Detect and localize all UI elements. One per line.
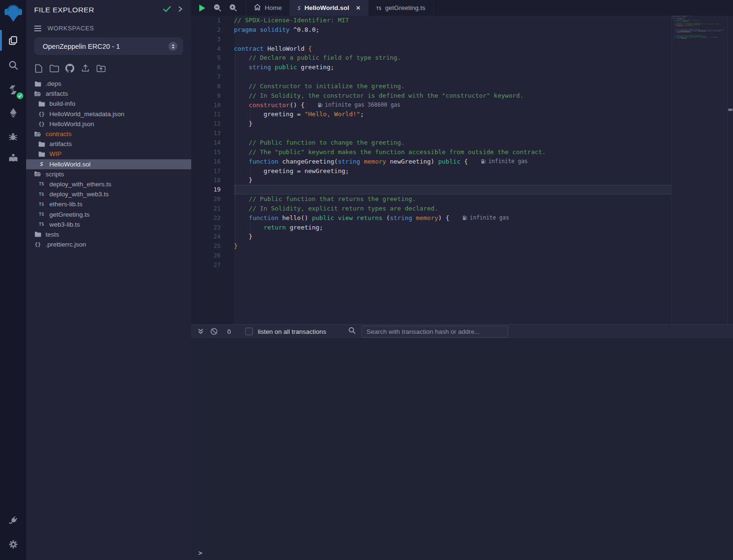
- tree-item-tests[interactable]: tests: [26, 230, 191, 239]
- code-line-21: // In Solidity, explicit return types ar…: [234, 204, 671, 213]
- remix-logo[interactable]: [0, 2, 26, 23]
- new-folder-icon[interactable]: [48, 63, 60, 73]
- terminal-prompt[interactable]: >: [198, 549, 202, 557]
- accept-check-icon[interactable]: [163, 6, 171, 14]
- zoom-in-icon[interactable]: [225, 0, 241, 16]
- tree-item-contracts[interactable]: contracts: [26, 129, 191, 139]
- line-number: 21: [191, 204, 234, 213]
- code-editor[interactable]: 1234567891011121314151617181920212223242…: [191, 16, 733, 324]
- deploy-and-run-icon[interactable]: [0, 104, 26, 122]
- workspaces-menu-icon[interactable]: [34, 26, 41, 31]
- workspace-name: OpenZeppelin ERC20 - 1: [43, 43, 120, 50]
- line-number: 5: [191, 53, 234, 63]
- line-number: 17: [191, 166, 234, 176]
- plugin-manager-icon[interactable]: [0, 512, 26, 530]
- zoom-out-icon[interactable]: [210, 0, 225, 16]
- tree-item-build-info[interactable]: build-info: [26, 99, 191, 109]
- line-number: 23: [191, 223, 234, 232]
- close-tab-icon[interactable]: ✕: [356, 5, 361, 11]
- tree-item-ethers-lib-ts[interactable]: TSethers-lib.ts: [26, 199, 191, 209]
- folder-open-icon: [34, 171, 41, 177]
- tree-item-label: HelloWorld.json: [49, 120, 94, 128]
- code-line-20: // Public function that returns the gree…: [234, 194, 671, 204]
- upload-folder-icon[interactable]: [95, 63, 107, 73]
- solidity-compiler-icon[interactable]: [0, 81, 26, 99]
- workspace-select[interactable]: OpenZeppelin ERC20 - 1: [34, 37, 183, 55]
- indent-guide: [250, 110, 251, 119]
- tree-item-artifacts[interactable]: artifacts: [26, 89, 191, 99]
- tree-item-getgreeting-ts[interactable]: TSgetGreeting.ts: [26, 209, 191, 219]
- activity-bar: [0, 0, 26, 560]
- tree-item-label: build-info: [49, 100, 75, 107]
- code-line-1: // SPDX-License-Identifier: MIT: [234, 16, 671, 25]
- scrollbar-handle[interactable]: [728, 109, 733, 111]
- workspaces-label: WORKSPACES: [47, 25, 94, 32]
- search-icon[interactable]: [0, 56, 26, 74]
- line-number: 20: [191, 194, 234, 204]
- panel-header: FILE EXPLORER: [26, 0, 191, 14]
- tree-item-wip[interactable]: WIP: [26, 149, 191, 159]
- ts-icon: TS: [38, 192, 45, 197]
- code-line-24: }: [234, 232, 671, 241]
- editor-scrollbar[interactable]: [727, 16, 733, 324]
- code-line-22: function hello() public view returns (st…: [234, 213, 671, 223]
- tree-item-label: artifacts: [49, 140, 72, 147]
- chevron-right-icon[interactable]: [178, 6, 183, 14]
- code-line-14: // Public function to change the greetin…: [234, 138, 671, 147]
- terminal-search-input[interactable]: [362, 326, 508, 338]
- solidity-unit-testing-icon[interactable]: [0, 149, 26, 167]
- tree-item-helloworld-metadata-json[interactable]: {}HelloWorld_metadata.json: [26, 109, 191, 119]
- ts-icon: TS: [38, 222, 45, 227]
- tabs: HomeSHelloWorld.sol✕TSgetGreeting.ts: [246, 0, 434, 16]
- tree-item-deploy-with-web3-ts[interactable]: TSdeploy_with_web3.ts: [26, 189, 191, 199]
- tab-label: Home: [265, 4, 282, 11]
- indent-guide: [250, 166, 251, 176]
- ts-icon: TS: [38, 182, 45, 186]
- tab-label: getGreeting.ts: [385, 4, 426, 11]
- expand-terminal-icon[interactable]: [194, 328, 207, 335]
- code-area[interactable]: // SPDX-License-Identifier: MITpragma so…: [234, 16, 671, 324]
- terminal: 0 listen on all transactions >: [191, 324, 733, 560]
- solidity-icon: S: [297, 4, 301, 11]
- line-number: 7: [191, 72, 234, 82]
- folder-open-icon: [34, 131, 41, 137]
- gas-estimate-decoration: infinite gas 368600 gas: [318, 101, 400, 110]
- line-number: 27: [191, 260, 234, 270]
- code-line-5: // Declare a public field of type string…: [234, 53, 671, 63]
- indent-guide: [235, 53, 236, 241]
- file-explorer-icon[interactable]: [0, 31, 26, 49]
- terminal-body[interactable]: >: [191, 338, 733, 560]
- debugger-icon[interactable]: [0, 127, 26, 145]
- listen-transactions-checkbox[interactable]: [245, 328, 253, 335]
- code-line-16: function changeGreeting(string memory ne…: [234, 157, 671, 166]
- tree-item-scripts[interactable]: scripts: [26, 169, 191, 179]
- tree-item-artifacts[interactable]: artifacts: [26, 139, 191, 149]
- tree-item--deps[interactable]: .deps: [26, 79, 191, 89]
- tree-item-deploy-with-ethers-ts[interactable]: TSdeploy_with_ethers.ts: [26, 179, 191, 189]
- json-icon: {}: [38, 111, 45, 117]
- tab-getgreeting-ts[interactable]: TSgetGreeting.ts: [369, 0, 434, 16]
- new-file-icon[interactable]: [33, 63, 44, 73]
- editor-gutter[interactable]: 1234567891011121314151617181920212223242…: [191, 16, 234, 324]
- code-line-3: [234, 35, 671, 44]
- clear-console-icon[interactable]: [207, 328, 221, 335]
- tree-item-helloworld-json[interactable]: {}HelloWorld.json: [26, 119, 191, 129]
- settings-icon[interactable]: [0, 535, 26, 553]
- tab-home[interactable]: Home: [246, 0, 290, 16]
- panel-title: FILE EXPLORER: [34, 6, 94, 14]
- compiled-check-badge: [17, 92, 23, 99]
- tree-item-label: deploy_with_ethers.ts: [49, 181, 111, 188]
- tab-helloworld-sol[interactable]: SHelloWorld.sol✕: [290, 0, 369, 16]
- gas-estimate-decoration: infinite gas: [481, 157, 528, 166]
- code-line-6: string public greeting;: [234, 63, 671, 72]
- workspace-caret-icon: [168, 42, 177, 51]
- tree-item-helloworld-sol[interactable]: SHelloWorld.sol: [26, 159, 191, 169]
- code-line-12: }: [234, 119, 671, 129]
- minimap[interactable]: // SPDX-License-Identifier: MITpragma so…: [671, 16, 727, 324]
- github-clone-icon[interactable]: [64, 63, 75, 73]
- tree-item-web3-lib-ts[interactable]: TSweb3-lib.ts: [26, 220, 191, 230]
- upload-file-icon[interactable]: [80, 63, 91, 73]
- indent-guide: [250, 223, 251, 232]
- tree-item--prettierrc-json[interactable]: {}.prettierrc.json: [26, 239, 191, 249]
- run-script-icon[interactable]: [194, 0, 210, 16]
